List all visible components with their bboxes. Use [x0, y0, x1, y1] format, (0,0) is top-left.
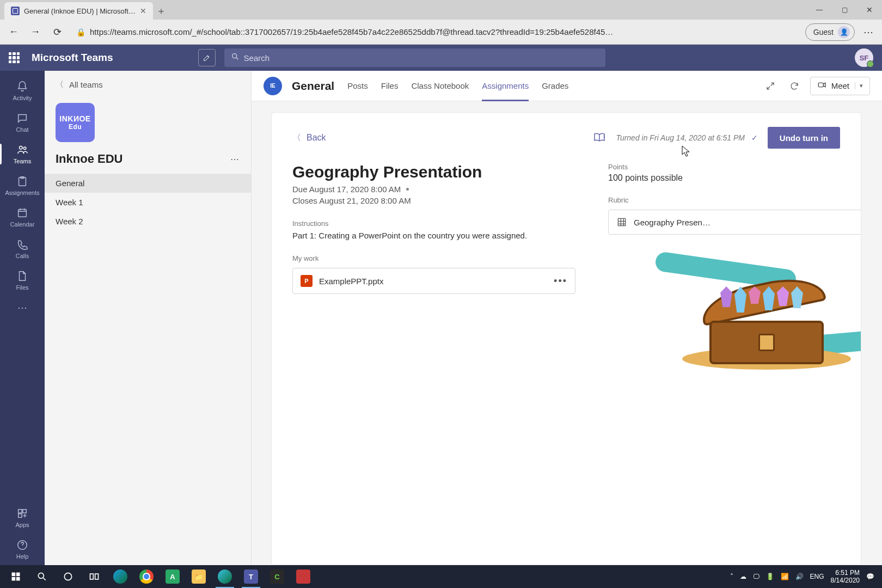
- help-icon: [16, 539, 28, 551]
- taskbar-app-camtasia[interactable]: C: [265, 565, 290, 588]
- guest-avatar-icon: 👤: [838, 26, 850, 38]
- team-avatar[interactable]: INKИOE Edu: [56, 103, 95, 142]
- profile-button[interactable]: Guest 👤: [805, 23, 855, 41]
- browser-tab-strip: General (Inknoe EDU) | Microsoft… ✕ ＋ ― …: [0, 0, 882, 20]
- channel-header: IE General Posts Files Class Notebook As…: [252, 71, 882, 101]
- taskbar-app-teams[interactable]: T: [238, 565, 264, 588]
- taskbar-app-rec[interactable]: [291, 565, 316, 588]
- instructions-label: Instructions: [292, 219, 575, 228]
- svg-rect-17: [90, 574, 94, 579]
- taskbar-app-edge2[interactable]: [212, 565, 237, 588]
- channel-week1[interactable]: Week 1: [45, 193, 251, 212]
- tab-assignments[interactable]: Assignments: [482, 71, 529, 101]
- task-view-button[interactable]: [82, 565, 107, 588]
- tray-battery-icon[interactable]: 🔋: [766, 573, 774, 580]
- video-icon: [817, 80, 827, 91]
- cortana-button[interactable]: [56, 565, 81, 588]
- start-button[interactable]: [3, 565, 28, 588]
- taskbar-app-generic1[interactable]: A: [160, 565, 185, 588]
- nav-refresh-button[interactable]: ⟳: [49, 24, 65, 40]
- lock-icon: 🔒: [76, 28, 85, 36]
- points-value: 100 points possible: [608, 173, 861, 183]
- all-teams-link[interactable]: 〈 All teams: [45, 71, 251, 99]
- taskbar-app-edge[interactable]: [108, 565, 133, 588]
- taskbar-clock[interactable]: 6:51 PM 8/14/2020: [831, 569, 860, 585]
- chevron-down-icon[interactable]: ▾: [855, 82, 863, 89]
- assignment-title: Geography Presentation: [292, 163, 575, 181]
- teams-icon: [16, 144, 28, 156]
- channel-title: General: [292, 79, 334, 93]
- expand-tab-button[interactable]: [762, 78, 779, 94]
- files-icon: [16, 270, 28, 282]
- team-more-button[interactable]: ⋯: [230, 154, 240, 164]
- profile-avatar[interactable]: SF: [855, 48, 873, 67]
- treasure-illustration: [660, 239, 856, 364]
- taskbar-search-button[interactable]: [29, 565, 54, 588]
- rail-more[interactable]: ⋯: [0, 296, 45, 319]
- compose-button[interactable]: [198, 49, 216, 66]
- search-icon: [231, 52, 240, 63]
- file-more-button[interactable]: •••: [554, 275, 567, 287]
- reload-tab-button[interactable]: [786, 78, 803, 94]
- rail-chat[interactable]: Chat: [0, 107, 45, 138]
- svg-rect-10: [618, 218, 625, 225]
- due-date: Due August 17, 2020 8:00 AM: [292, 185, 401, 194]
- tray-overflow-icon[interactable]: ˄: [730, 573, 733, 580]
- rubric-link[interactable]: Geography Presen…: [608, 210, 861, 235]
- close-tab-icon[interactable]: ✕: [140, 7, 146, 15]
- calendar-icon: [16, 207, 28, 219]
- browser-menu-button[interactable]: ⋯: [860, 26, 877, 38]
- channel-week2[interactable]: Week 2: [45, 212, 251, 231]
- mywork-file[interactable]: ExamplePPT.pptx •••: [292, 268, 575, 294]
- tray-volume-icon[interactable]: 🔊: [795, 573, 804, 580]
- tab-grades[interactable]: Grades: [542, 71, 568, 101]
- tab-class-notebook[interactable]: Class Notebook: [411, 71, 469, 101]
- channel-general[interactable]: General: [45, 174, 251, 193]
- meet-button[interactable]: Meet ▾: [810, 77, 870, 95]
- rail-calendar[interactable]: Calendar: [0, 201, 45, 233]
- teams-header: Microsoft Teams SF: [0, 45, 882, 71]
- taskbar-app-chrome[interactable]: [134, 565, 159, 588]
- back-button[interactable]: 〈 Back: [292, 132, 326, 144]
- channel-sidebar: 〈 All teams INKИOE Edu Inknoe EDU ⋯ Gene…: [45, 71, 252, 565]
- rail-files[interactable]: Files: [0, 265, 45, 296]
- minimize-button[interactable]: ―: [807, 0, 832, 20]
- tray-ime-icon[interactable]: ENG: [810, 573, 824, 580]
- rail-teams[interactable]: Teams: [0, 138, 45, 170]
- rail-help[interactable]: Help: [0, 534, 45, 565]
- tray-display-icon[interactable]: 🖵: [753, 573, 759, 580]
- windows-taskbar: A 📁 T C ˄ ☁ 🖵 🔋 📶 🔊 ENG 6:51 PM 8/14/202…: [0, 565, 882, 588]
- maximize-button[interactable]: ▢: [832, 0, 857, 20]
- closes-date: Closes August 21, 2020 8:00 AM: [292, 196, 575, 205]
- svg-rect-12: [16, 573, 20, 577]
- rail-calls[interactable]: Calls: [0, 233, 45, 265]
- search-box[interactable]: [224, 48, 605, 67]
- tray-wifi-icon[interactable]: 📶: [781, 573, 789, 580]
- address-bar[interactable]: 🔒 https://teams.microsoft.com/_#/school/…: [71, 23, 800, 41]
- tab-posts[interactable]: Posts: [347, 71, 368, 101]
- tray-onedrive-icon[interactable]: ☁: [740, 573, 746, 580]
- svg-rect-9: [818, 83, 823, 87]
- undo-turn-in-button[interactable]: Undo turn in: [768, 127, 840, 149]
- svg-rect-11: [12, 573, 16, 577]
- app-launcher-icon[interactable]: [9, 52, 20, 63]
- search-input[interactable]: [244, 53, 599, 63]
- rail-activity[interactable]: Activity: [0, 75, 45, 107]
- new-tab-button[interactable]: ＋: [153, 2, 169, 20]
- rail-apps[interactable]: Apps: [0, 502, 45, 534]
- rail-assignments[interactable]: Assignments: [0, 170, 45, 201]
- taskbar-app-explorer[interactable]: 📁: [186, 565, 211, 588]
- svg-rect-5: [19, 510, 22, 513]
- browser-tab[interactable]: General (Inknoe EDU) | Microsoft… ✕: [4, 2, 153, 20]
- immersive-reader-button[interactable]: [593, 131, 606, 145]
- rubric-label: Rubric: [608, 196, 861, 204]
- nav-back-button[interactable]: ←: [5, 24, 22, 40]
- action-center-icon[interactable]: 💬: [866, 573, 874, 580]
- close-window-button[interactable]: ✕: [857, 0, 882, 20]
- window-controls: ― ▢ ✕: [807, 0, 882, 20]
- tab-files[interactable]: Files: [381, 71, 399, 101]
- svg-point-0: [232, 54, 236, 58]
- more-icon: ⋯: [16, 302, 28, 314]
- nav-forward-button[interactable]: →: [27, 24, 44, 40]
- turned-in-status: Turned in Fri Aug 14, 2020 at 6:51 PM ✓: [616, 133, 757, 142]
